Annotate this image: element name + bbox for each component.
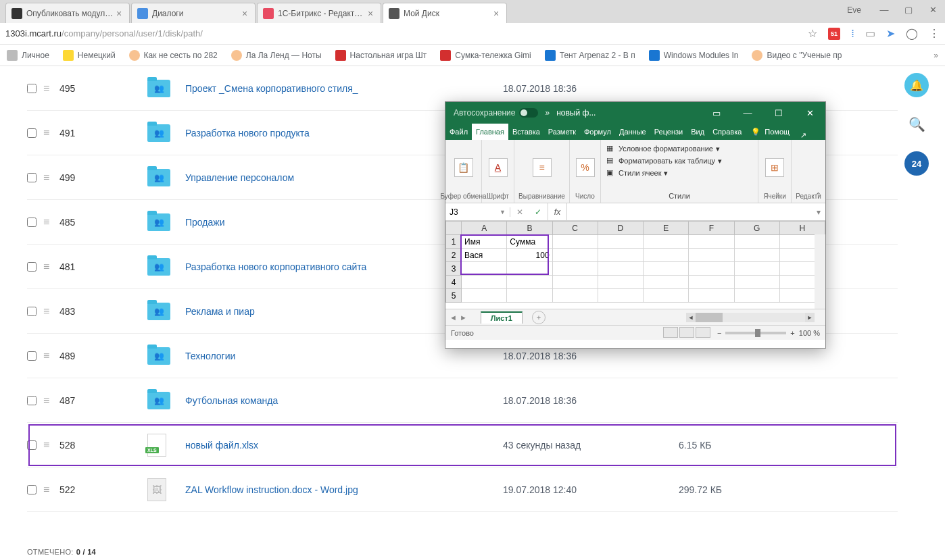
- extension-icon-2[interactable]: ▭: [865, 27, 875, 40]
- sheet-nav-arrows[interactable]: ◄►: [445, 313, 471, 322]
- file-name[interactable]: Футбольная команда: [185, 395, 503, 406]
- cancel-formula-icon[interactable]: ✕: [516, 207, 523, 217]
- menu-icon[interactable]: ⋮: [929, 27, 940, 40]
- browser-user[interactable]: Eve: [847, 5, 861, 15]
- column-header[interactable]: E: [644, 222, 689, 235]
- ribbon-tab[interactable]: Вставка: [508, 124, 544, 140]
- cell[interactable]: [507, 289, 552, 303]
- row-checkbox[interactable]: [27, 84, 37, 93]
- cell[interactable]: [734, 276, 779, 289]
- format-as-table-button[interactable]: ▤Форматировать как таблицу ▾: [606, 155, 752, 167]
- cell[interactable]: [644, 276, 689, 289]
- bookmark-item[interactable]: Тент Arpenaz 2 - В п: [545, 50, 635, 61]
- bookmark-item[interactable]: Ла Ла Ленд — Ноты: [231, 50, 322, 61]
- browser-tab[interactable]: 1С-Битрикс - Редактиро×: [257, 3, 381, 23]
- file-name[interactable]: ZAL Workflow instruction.docx - Word.jpg: [185, 484, 503, 495]
- cell[interactable]: [689, 235, 734, 249]
- column-header[interactable]: C: [552, 222, 598, 235]
- share-icon[interactable]: ↗: [795, 131, 811, 140]
- drag-handle-icon[interactable]: ≡: [43, 261, 59, 273]
- minimize-button[interactable]: —: [872, 0, 896, 20]
- drag-handle-icon[interactable]: ≡: [43, 439, 59, 451]
- ribbon-tab[interactable]: Справка: [708, 124, 746, 140]
- cell[interactable]: [598, 235, 643, 249]
- ribbon-tab[interactable]: Данные: [615, 124, 650, 140]
- url-display[interactable]: 1303i.mcart.ru/company/personal/user/1/d…: [5, 28, 808, 39]
- browser-tab[interactable]: Мой Диск×: [383, 3, 507, 23]
- cell[interactable]: [552, 276, 598, 289]
- cell[interactable]: [734, 289, 779, 303]
- sheet-tab[interactable]: Лист1: [481, 311, 523, 324]
- extension-icon[interactable]: ⁞: [851, 27, 854, 40]
- drag-handle-icon[interactable]: ≡: [43, 350, 59, 362]
- cell[interactable]: 100: [507, 249, 552, 262]
- search-button[interactable]: 🔍: [904, 112, 929, 136]
- bookmarks-overflow-icon[interactable]: »: [934, 51, 938, 60]
- cell[interactable]: [689, 276, 734, 289]
- calendar-extension-icon[interactable]: 51: [828, 28, 840, 40]
- bookmark-item[interactable]: Как не сесть по 282: [129, 50, 218, 61]
- cell[interactable]: [644, 235, 689, 249]
- tab-close-icon[interactable]: ×: [366, 9, 375, 18]
- drag-handle-icon[interactable]: ≡: [43, 82, 59, 95]
- cell[interactable]: [644, 289, 689, 303]
- cell[interactable]: [734, 249, 779, 262]
- column-header[interactable]: A: [462, 222, 507, 235]
- percent-icon[interactable]: %: [576, 158, 595, 177]
- row-header[interactable]: 4: [446, 276, 462, 289]
- excel-minimize-button[interactable]: —: [732, 102, 763, 124]
- tab-close-icon[interactable]: ×: [240, 9, 249, 18]
- cell[interactable]: [734, 235, 779, 249]
- vertical-scrollbar[interactable]: [815, 234, 825, 309]
- zoom-slider[interactable]: [725, 332, 786, 334]
- cell[interactable]: [552, 235, 598, 249]
- ribbon-tab[interactable]: Рецензи: [650, 124, 687, 140]
- file-row[interactable]: ≡522🖼ZAL Workflow instruction.docx - Wor…: [27, 467, 898, 512]
- select-all-cell[interactable]: [446, 222, 462, 235]
- apps-icon[interactable]: ◯: [906, 27, 918, 40]
- qat-overflow-icon[interactable]: »: [545, 108, 550, 118]
- excel-titlebar[interactable]: Автосохранение » новый ф... ▭ — ☐ ✕: [445, 102, 825, 124]
- row-header[interactable]: 5: [446, 289, 462, 303]
- file-name[interactable]: новый файл.xlsx: [185, 440, 503, 451]
- cell[interactable]: [552, 289, 598, 303]
- cell[interactable]: [598, 289, 643, 303]
- bookmark-star-icon[interactable]: ☆: [808, 27, 817, 40]
- bookmark-item[interactable]: Windows Modules In: [649, 50, 739, 61]
- send-icon[interactable]: ➤: [886, 27, 895, 40]
- horizontal-scrollbar[interactable]: ◄►: [686, 312, 815, 323]
- view-buttons[interactable]: [662, 327, 710, 339]
- toggle-switch-icon[interactable]: [519, 108, 538, 118]
- ribbon-tab[interactable]: Файл: [445, 124, 472, 140]
- maximize-button[interactable]: ▢: [896, 0, 921, 20]
- tab-close-icon[interactable]: ×: [114, 9, 124, 18]
- row-checkbox[interactable]: [27, 351, 37, 361]
- cell[interactable]: [552, 249, 598, 262]
- expand-formula-icon[interactable]: ▾: [812, 207, 825, 217]
- browser-tab[interactable]: Опубликовать модуль п×: [5, 3, 130, 23]
- row-header[interactable]: 1: [446, 235, 462, 249]
- paste-icon[interactable]: 📋: [454, 158, 473, 177]
- tell-me-search[interactable]: 💡Помощ: [746, 124, 795, 140]
- notifications-button[interactable]: 🔔: [904, 73, 929, 97]
- cell[interactable]: Сумма: [507, 235, 552, 249]
- cell[interactable]: [598, 276, 643, 289]
- row-checkbox[interactable]: [27, 307, 37, 316]
- new-sheet-button[interactable]: +: [532, 311, 546, 324]
- cell[interactable]: [734, 262, 779, 276]
- cell[interactable]: [644, 262, 689, 276]
- bookmark-item[interactable]: Видео с "Ученые пр: [752, 50, 842, 61]
- browser-tab[interactable]: Диалоги×: [131, 3, 256, 23]
- row-checkbox[interactable]: [27, 128, 37, 138]
- cell[interactable]: [644, 249, 689, 262]
- cell[interactable]: [598, 262, 643, 276]
- drag-handle-icon[interactable]: ≡: [43, 394, 59, 407]
- excel-maximize-button[interactable]: ☐: [763, 102, 794, 124]
- column-header[interactable]: B: [507, 222, 552, 235]
- accept-formula-icon[interactable]: ✓: [535, 207, 541, 217]
- file-row[interactable]: ≡487👥Футбольная команда18.07.2018 18:36: [27, 378, 898, 423]
- drag-handle-icon[interactable]: ≡: [43, 127, 59, 139]
- cell[interactable]: [552, 262, 598, 276]
- row-checkbox[interactable]: [27, 485, 37, 494]
- name-box[interactable]: J3▼: [445, 207, 510, 217]
